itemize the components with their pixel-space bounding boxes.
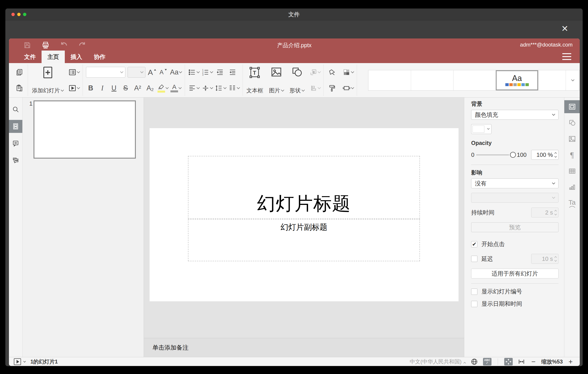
horizontal-align-icon[interactable]	[188, 82, 199, 95]
effect-select[interactable]: 没有	[471, 178, 558, 188]
font-size-combo[interactable]	[127, 67, 146, 78]
slides-panel-button[interactable]	[9, 120, 22, 133]
main-area: 1 幻灯片标题 幻灯片副标题	[9, 98, 580, 357]
increase-font-icon[interactable]: A	[148, 66, 157, 79]
close-icon[interactable]: ✕	[561, 24, 568, 33]
comments-panel-button[interactable]	[9, 137, 22, 150]
tab-home[interactable]: 主页	[42, 51, 65, 63]
theme-option-blank-4[interactable]	[538, 70, 566, 90]
underline-icon[interactable]: U	[109, 82, 119, 95]
spinner-arrows[interactable]	[555, 153, 556, 157]
theme-color-strip	[505, 83, 529, 86]
table-settings-tab[interactable]	[564, 165, 580, 178]
line-spacing-icon[interactable]	[215, 82, 226, 95]
numbered-list-icon[interactable]: 123	[201, 66, 213, 79]
add-slide-button[interactable]: 添加幻灯片	[31, 66, 64, 95]
ribbon-tabs: 文件 主页 插入 协作	[18, 51, 111, 63]
increase-indent-icon[interactable]	[227, 66, 238, 79]
chat-panel-button[interactable]	[9, 154, 22, 167]
start-slideshow-button[interactable]	[68, 82, 80, 95]
opacity-input[interactable]: 100 %	[531, 150, 558, 160]
start-on-click-row: ✔ 开始点击	[471, 240, 558, 248]
insert-image-button[interactable]: 图片	[269, 66, 284, 95]
font-color-icon[interactable]: A	[170, 82, 181, 95]
spell-check-icon[interactable]: ABC ✓	[483, 358, 492, 365]
theme-option-blank-3[interactable]	[453, 70, 496, 90]
decrease-indent-icon[interactable]	[215, 66, 225, 79]
background-fill-select[interactable]: 颜色填充	[471, 110, 558, 120]
duration-input[interactable]: 2 s	[531, 208, 558, 217]
zoom-in-icon[interactable]: +	[567, 358, 574, 365]
bullet-list-icon[interactable]	[188, 66, 199, 79]
theme-option-blank-1[interactable]	[368, 70, 411, 90]
zoom-out-icon[interactable]: −	[530, 358, 537, 365]
opacity-slider-track[interactable]	[476, 154, 509, 155]
effect-type-select[interactable]	[471, 193, 558, 203]
fill-color-dropdown[interactable]	[485, 124, 491, 134]
decrease-font-icon[interactable]: A	[159, 66, 168, 79]
superscript-icon[interactable]: A²	[133, 82, 143, 95]
window-title: 文件	[5, 11, 583, 18]
change-case-icon[interactable]: Aa	[170, 66, 182, 79]
show-date-checkbox[interactable]	[471, 301, 477, 307]
paragraph-settings-tab[interactable]: ¶	[564, 149, 580, 162]
chevron-down-icon[interactable]	[23, 360, 26, 362]
spinner-arrows[interactable]	[555, 210, 556, 215]
insert-shape-button[interactable]: 形状	[289, 66, 305, 95]
chevron-down-icon	[302, 88, 305, 91]
subtitle-placeholder[interactable]: 幻灯片副标题	[188, 219, 420, 261]
opacity-slider-knob[interactable]	[510, 152, 516, 158]
title-placeholder[interactable]: 幻灯片标题	[188, 156, 420, 219]
check-icon: ✔	[472, 241, 476, 247]
copy-style-icon[interactable]	[327, 82, 337, 95]
slide[interactable]: 幻灯片标题 幻灯片副标题	[149, 128, 458, 301]
copy-icon[interactable]	[14, 66, 25, 79]
chart-settings-tab[interactable]	[564, 181, 580, 194]
spinner-arrows[interactable]	[555, 257, 556, 261]
fill-color-picker[interactable]	[471, 124, 492, 134]
notes-area[interactable]: 单击添加备注	[144, 338, 464, 357]
fit-to-slide-icon[interactable]	[504, 358, 513, 365]
tab-insert[interactable]: 插入	[65, 51, 88, 63]
search-panel-button[interactable]	[9, 103, 22, 116]
arrange-shape-icon[interactable]	[310, 66, 320, 79]
theme-option-selected[interactable]: Aa	[496, 70, 538, 90]
delay-input[interactable]: 10 s	[531, 254, 558, 264]
bold-icon[interactable]: B	[86, 82, 95, 95]
font-name-combo[interactable]	[86, 67, 125, 78]
highlight-color-icon[interactable]	[158, 82, 168, 95]
theme-option-blank-2[interactable]	[411, 70, 453, 90]
preview-button[interactable]: 预览	[471, 222, 558, 232]
paste-icon[interactable]	[14, 82, 25, 95]
columns-icon[interactable]	[228, 82, 240, 95]
slide-size-icon[interactable]	[343, 82, 354, 95]
tab-file[interactable]: 文件	[18, 51, 42, 63]
slide-canvas[interactable]: 幻灯片标题 幻灯片副标题	[144, 98, 464, 338]
shape-settings-tab[interactable]	[564, 116, 580, 129]
menu-icon[interactable]	[562, 53, 571, 60]
tab-collaboration[interactable]: 协作	[88, 51, 111, 63]
image-settings-tab[interactable]	[564, 132, 580, 145]
vertical-align-icon[interactable]	[201, 82, 213, 95]
italic-icon[interactable]: I	[98, 82, 107, 95]
fit-to-width-icon[interactable]	[517, 358, 526, 365]
select-tool-icon[interactable]	[327, 66, 337, 79]
strikeout-icon[interactable]: S	[121, 82, 130, 95]
set-language-icon[interactable]	[470, 358, 479, 365]
start-slideshow-status-button[interactable]	[14, 358, 21, 365]
start-on-click-checkbox[interactable]: ✔	[471, 241, 477, 247]
apply-to-all-slides-button[interactable]: 适用于所有幻灯片	[471, 269, 558, 278]
show-slide-number-checkbox[interactable]	[471, 288, 477, 295]
delay-checkbox[interactable]	[471, 256, 477, 262]
slide-settings-tab[interactable]	[564, 100, 580, 113]
theme-gallery-expand[interactable]	[566, 70, 579, 90]
slide-layout-button[interactable]	[68, 66, 80, 79]
language-selector[interactable]: 中文(中华人民共和国)	[410, 358, 466, 365]
text-art-settings-tab[interactable]: Ta	[564, 197, 580, 210]
opacity-max: 100	[517, 152, 526, 158]
text-box-button[interactable]: T 文本框	[246, 66, 264, 95]
align-shape-icon[interactable]	[310, 82, 320, 95]
slide-thumbnail[interactable]	[33, 100, 136, 159]
theme-colors-icon[interactable]	[343, 66, 354, 79]
subscript-icon[interactable]: A₂	[145, 82, 155, 95]
